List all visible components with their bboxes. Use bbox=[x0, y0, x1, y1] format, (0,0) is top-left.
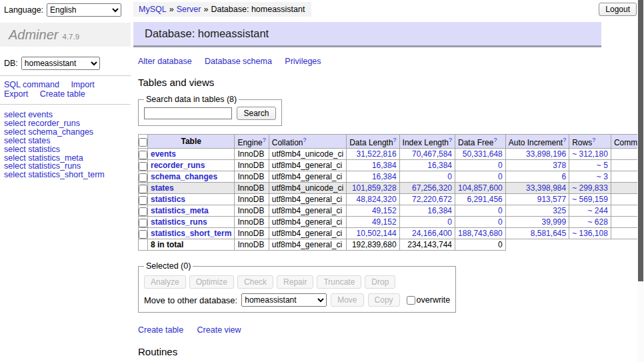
help-icon[interactable]: ? bbox=[449, 137, 452, 143]
sidebar-item-select-states[interactable]: select states bbox=[4, 137, 127, 145]
export-link[interactable]: Export bbox=[4, 89, 28, 99]
rows-link[interactable]: ~ 5 bbox=[597, 161, 608, 170]
help-icon[interactable]: ? bbox=[563, 137, 566, 143]
overwrite-checkbox[interactable] bbox=[407, 296, 415, 305]
data-length-link[interactable]: 16,384 bbox=[372, 172, 397, 181]
table-link[interactable]: schema_changes bbox=[151, 172, 217, 181]
sql-command-link[interactable]: SQL command bbox=[4, 80, 59, 89]
index-length-link[interactable]: 72,220,672 bbox=[412, 195, 452, 204]
index-length-link[interactable]: 0 bbox=[447, 172, 452, 181]
alter-database-link[interactable]: Alter database bbox=[138, 57, 192, 66]
row-checkbox[interactable] bbox=[139, 151, 147, 159]
table-link[interactable]: events bbox=[151, 149, 176, 159]
breadcrumb: MySQL»Server»Database: homeassistant bbox=[133, 2, 311, 17]
index-length-link[interactable]: 24,166,400 bbox=[412, 229, 452, 238]
data-length-link[interactable]: 49,152 bbox=[372, 217, 397, 227]
auto-increment-link[interactable]: 378 bbox=[553, 161, 566, 170]
adminer-logo[interactable]: Adminer 4.7.9 bbox=[0, 23, 131, 47]
data-free-link[interactable]: 0 bbox=[498, 217, 503, 227]
data-free-link[interactable]: 0 bbox=[498, 172, 503, 181]
help-icon[interactable]: ? bbox=[493, 137, 497, 143]
auto-increment-link[interactable]: 325 bbox=[553, 206, 566, 215]
sidebar-item-select-statistics-short-term[interactable]: select statistics_short_term bbox=[4, 171, 127, 179]
row-checkbox[interactable] bbox=[139, 173, 147, 182]
table-row-highlighted: states InnoDB utf8mb4_unicode_ci 101,859… bbox=[139, 183, 644, 194]
data-free-link[interactable]: 188,743,680 bbox=[458, 229, 503, 238]
engine-cell: InnoDB bbox=[235, 194, 269, 205]
rows-link[interactable]: ~ 628 bbox=[588, 217, 608, 227]
help-icon[interactable]: ? bbox=[592, 137, 595, 143]
search-button[interactable]: Search bbox=[237, 107, 275, 120]
breadcrumb-server-link[interactable]: Server bbox=[177, 5, 201, 14]
sidebar-item-select-events[interactable]: select events bbox=[4, 111, 127, 119]
sidebar-item-select-statistics[interactable]: select statistics bbox=[4, 145, 127, 154]
sidebar-item-select-recorder-runs[interactable]: select recorder_runs bbox=[4, 119, 127, 128]
row-checkbox[interactable] bbox=[139, 196, 147, 205]
table-link[interactable]: statistics_runs bbox=[151, 217, 207, 227]
rows-link[interactable]: ~ 136,108 bbox=[572, 229, 608, 238]
help-icon[interactable]: ? bbox=[263, 137, 266, 143]
help-icon[interactable]: ? bbox=[393, 137, 397, 143]
row-checkbox[interactable] bbox=[139, 230, 147, 239]
table-link[interactable]: statistics_short_term bbox=[151, 229, 231, 238]
index-length-link[interactable]: 0 bbox=[447, 217, 452, 227]
optimize-button: Optimize bbox=[189, 275, 234, 289]
data-free-link[interactable]: 50,331,648 bbox=[463, 149, 503, 159]
db-select[interactable]: homeassistant bbox=[21, 57, 100, 70]
table-link[interactable]: recorder_runs bbox=[151, 161, 205, 170]
language-select[interactable]: English bbox=[47, 3, 121, 17]
index-length-link[interactable]: 67,256,320 bbox=[412, 183, 452, 193]
database-schema-link[interactable]: Database schema bbox=[205, 57, 272, 66]
index-length-link[interactable]: 16,384 bbox=[427, 206, 452, 215]
breadcrumb-current: Database: homeassistant bbox=[211, 5, 305, 14]
move-database-select[interactable]: homeassistant bbox=[241, 293, 327, 307]
row-checkbox[interactable] bbox=[139, 219, 147, 227]
analyze-button: Analyze bbox=[144, 275, 186, 289]
breadcrumb-mysql-link[interactable]: MySQL bbox=[139, 5, 167, 14]
row-checkbox[interactable] bbox=[139, 162, 147, 171]
data-free-link[interactable]: 104,857,600 bbox=[458, 183, 503, 193]
sidebar-item-select-schema-changes[interactable]: select schema_changes bbox=[4, 128, 127, 137]
auto-increment-link[interactable]: 6 bbox=[561, 172, 566, 181]
row-checkbox[interactable] bbox=[139, 185, 147, 193]
data-free-link[interactable]: 6,291,456 bbox=[467, 195, 502, 204]
data-length-link[interactable]: 48,824,320 bbox=[357, 195, 397, 204]
auto-increment-link[interactable]: 8,581,645 bbox=[531, 229, 566, 238]
auto-increment-link[interactable]: 39,999 bbox=[541, 217, 566, 227]
auto-increment-link[interactable]: 913,577 bbox=[537, 195, 566, 204]
create-view-link[interactable]: Create view bbox=[197, 325, 241, 335]
help-icon[interactable]: ? bbox=[303, 137, 306, 143]
rows-link[interactable]: ~ 569,159 bbox=[572, 195, 608, 204]
search-input[interactable] bbox=[144, 107, 232, 119]
import-link[interactable]: Import bbox=[71, 80, 94, 89]
index-length-link[interactable]: 70,467,584 bbox=[412, 149, 452, 159]
table-link[interactable]: states bbox=[151, 183, 174, 193]
row-checkbox[interactable] bbox=[139, 207, 147, 216]
auto-increment-link[interactable]: 33,398,984 bbox=[526, 183, 566, 193]
data-length-link[interactable]: 49,152 bbox=[372, 206, 397, 215]
engine-cell: InnoDB bbox=[235, 149, 269, 160]
table-link[interactable]: statistics bbox=[151, 195, 185, 204]
rows-link[interactable]: ~ 3 bbox=[597, 172, 608, 181]
data-length-link[interactable]: 101,859,328 bbox=[352, 183, 397, 193]
repair-button: Repair bbox=[277, 275, 313, 289]
rows-link[interactable]: ~ 299,833 bbox=[572, 183, 608, 193]
logout-button[interactable]: Logout bbox=[599, 3, 637, 16]
select-all-checkbox[interactable] bbox=[139, 138, 147, 147]
scrollbar-thumb[interactable] bbox=[638, 0, 643, 281]
data-length-link[interactable]: 10,502,144 bbox=[357, 229, 397, 238]
index-length-link[interactable]: 16,384 bbox=[427, 161, 452, 170]
collation-cell: utf8mb4_general_ci bbox=[269, 228, 346, 239]
data-free-link[interactable]: 0 bbox=[498, 206, 503, 215]
data-length-link[interactable]: 16,384 bbox=[372, 161, 397, 170]
table-link[interactable]: statistics_meta bbox=[151, 206, 209, 215]
create-table-link[interactable]: Create table bbox=[40, 89, 85, 99]
vertical-scrollbar[interactable] bbox=[637, 0, 644, 362]
create-table-link-bottom[interactable]: Create table bbox=[138, 325, 183, 335]
rows-link[interactable]: ~ 244 bbox=[588, 206, 608, 215]
rows-link[interactable]: ~ 312,180 bbox=[572, 149, 608, 159]
data-length-link[interactable]: 31,522,816 bbox=[357, 149, 397, 159]
privileges-link[interactable]: Privileges bbox=[285, 57, 321, 66]
data-free-link[interactable]: 0 bbox=[498, 161, 503, 170]
auto-increment-link[interactable]: 33,898,196 bbox=[526, 149, 566, 159]
